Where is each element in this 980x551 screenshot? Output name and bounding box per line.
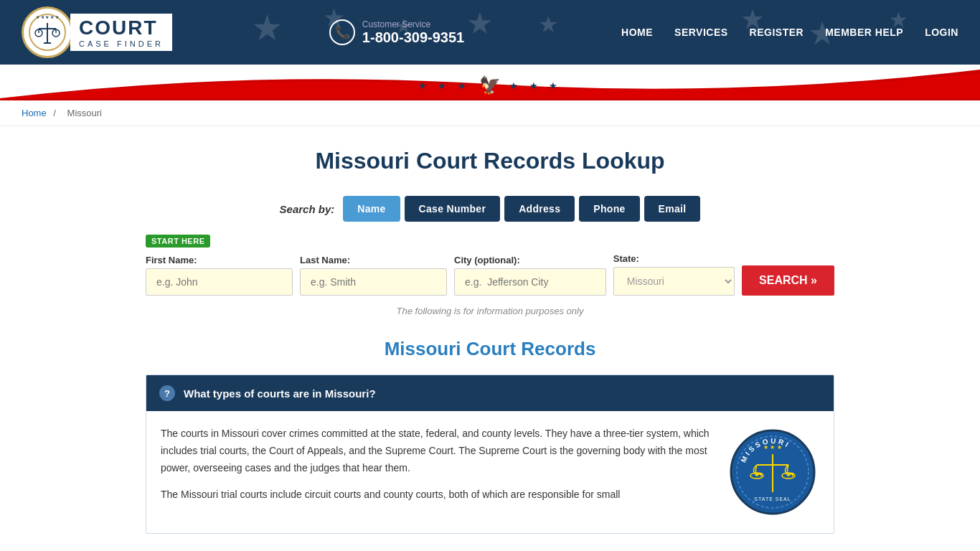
nav-home[interactable]: HOME <box>621 27 653 38</box>
tab-email[interactable]: Email <box>644 196 701 222</box>
ribbon-area: ★ ★ ★ 🦅 ★ ★ ★ <box>0 65 980 100</box>
breadcrumb-home[interactable]: Home <box>22 108 47 118</box>
first-name-label: First Name: <box>146 255 293 265</box>
city-input[interactable] <box>454 268 606 296</box>
faq-seal: MISSOURI ★ ★ ★ STATE SEAL <box>726 425 819 519</box>
logo-court-label: COURT <box>79 17 164 39</box>
ribbon-stars-right: ★ ★ ★ <box>509 80 562 91</box>
faq-para-2: The Missouri trial courts include circui… <box>161 486 712 504</box>
section-title: Missouri Court Records <box>146 338 834 360</box>
breadcrumb-separator: / <box>53 108 56 118</box>
ribbon-stars-left: ★ ★ ★ <box>418 80 471 91</box>
breadcrumb-current: Missouri <box>67 108 102 118</box>
search-by-label: Search by: <box>280 203 335 215</box>
eagle-icon: 🦅 <box>479 75 501 95</box>
main-content: Missouri Court Records Lookup Search by:… <box>131 126 849 551</box>
ribbon-eagle: ★ ★ ★ 🦅 ★ ★ ★ <box>418 75 562 98</box>
city-label: City (optional): <box>454 255 606 265</box>
first-name-group: First Name: <box>146 255 293 296</box>
state-select[interactable]: Missouri Alabama Alaska Arizona Arkansas… <box>613 267 735 296</box>
faq-header[interactable]: ? What types of courts are in Missouri? <box>146 375 834 411</box>
cs-phone: 1-800-309-9351 <box>362 29 464 46</box>
tab-address[interactable]: Address <box>504 196 575 222</box>
city-group: City (optional): <box>454 255 606 296</box>
form-row: First Name: Last Name: City (optional): … <box>146 253 834 296</box>
faq-para-1: The courts in Missouri cover crimes comm… <box>161 425 712 476</box>
page-title: Missouri Court Records Lookup <box>146 148 834 174</box>
site-header: ★ ★ ★ ★ ★ ★ ★ ★ ★ ★ ★ ★ ★ COURT <box>0 0 980 65</box>
main-nav: HOME SERVICES REGISTER MEMBER HELP LOGIN <box>621 27 958 38</box>
last-name-input[interactable] <box>300 268 447 296</box>
state-group: State: Missouri Alabama Alaska Arizona A… <box>613 253 735 296</box>
faq-text: The courts in Missouri cover crimes comm… <box>161 425 712 514</box>
faq-body: The courts in Missouri cover crimes comm… <box>146 411 834 533</box>
nav-register[interactable]: REGISTER <box>750 27 804 38</box>
faq-icon: ? <box>159 385 175 401</box>
tab-case-number[interactable]: Case Number <box>405 196 501 222</box>
faq-item: ? What types of courts are in Missouri? … <box>146 375 834 534</box>
last-name-label: Last Name: <box>300 255 447 265</box>
search-by-row: Search by: Name Case Number Address Phon… <box>146 196 834 222</box>
last-name-group: Last Name: <box>300 255 447 296</box>
svg-text:★ ★ ★: ★ ★ ★ <box>763 444 781 451</box>
nav-services[interactable]: SERVICES <box>674 27 728 38</box>
faq-question: What types of courts are in Missouri? <box>184 387 376 400</box>
nav-member-help[interactable]: MEMBER HELP <box>825 27 903 38</box>
info-note: The following is for information purpose… <box>146 306 834 316</box>
logo-circle: ★ ★ ★ ★ ★ <box>22 6 73 58</box>
start-here-badge: START HERE <box>146 235 210 248</box>
breadcrumb: Home / Missouri <box>0 100 980 126</box>
cs-label: Customer Service <box>362 19 464 29</box>
logo-area[interactable]: ★ ★ ★ ★ ★ COURT CASE FINDER <box>22 6 172 58</box>
logo-text: COURT CASE FINDER <box>70 14 172 51</box>
logo-case-finder-label: CASE FINDER <box>79 39 164 48</box>
svg-text:STATE SEAL: STATE SEAL <box>754 496 791 501</box>
search-form: START HERE First Name: Last Name: City (… <box>146 235 834 296</box>
state-label: State: <box>613 253 735 264</box>
search-button[interactable]: SEARCH » <box>742 265 834 296</box>
first-name-input[interactable] <box>146 268 293 296</box>
nav-login[interactable]: LOGIN <box>925 27 958 38</box>
customer-service: 📞 Customer Service 1-800-309-9351 <box>329 19 464 46</box>
svg-text:★ ★ ★ ★ ★: ★ ★ ★ ★ ★ <box>36 15 59 19</box>
tab-phone[interactable]: Phone <box>579 196 639 222</box>
phone-icon: 📞 <box>329 19 355 45</box>
tab-name[interactable]: Name <box>343 196 400 222</box>
